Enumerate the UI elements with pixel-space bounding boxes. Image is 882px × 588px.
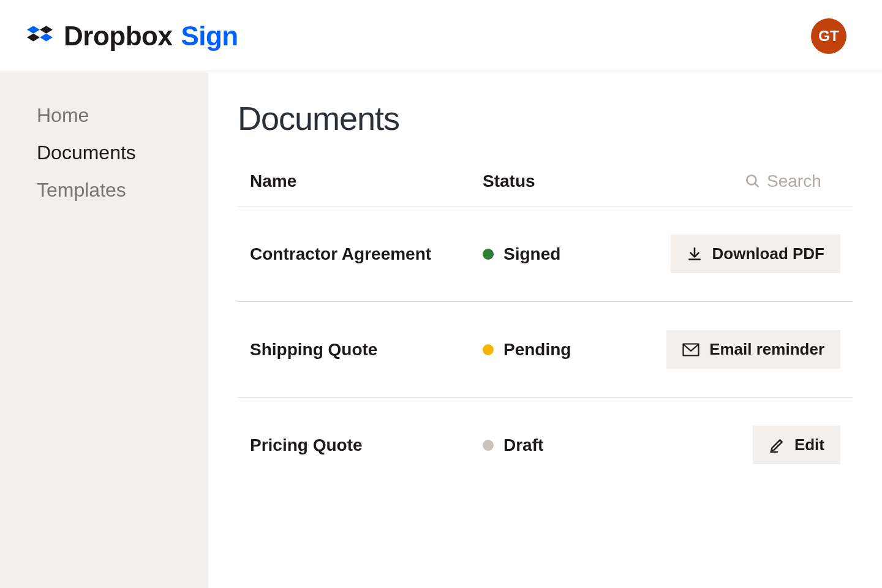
brand-primary: Dropbox <box>64 21 172 51</box>
status-cell: Signed <box>483 244 605 264</box>
column-header-name: Name <box>250 172 483 191</box>
sidebar-item-label: Templates <box>37 179 126 201</box>
sidebar-item-home[interactable]: Home <box>37 104 208 127</box>
svg-marker-0 <box>27 26 40 34</box>
status-label: Signed <box>503 244 560 264</box>
sidebar-item-documents[interactable]: Documents <box>37 141 208 164</box>
brand[interactable]: Dropbox Sign <box>27 21 238 51</box>
nav-list: Home Documents Templates <box>37 104 208 202</box>
dropbox-logo-icon <box>27 23 53 49</box>
status-label: Pending <box>503 340 571 360</box>
svg-marker-3 <box>40 33 53 41</box>
status-label: Draft <box>503 435 543 455</box>
table-row: Shipping Quote Pending <box>238 302 853 398</box>
sidebar-item-label: Home <box>37 104 89 126</box>
document-name: Pricing Quote <box>250 435 363 454</box>
search-wrap[interactable] <box>745 172 840 191</box>
edit-button[interactable]: Edit <box>753 426 840 464</box>
table-row: Contractor Agreement Signed <box>238 206 853 302</box>
download-pdf-button[interactable]: Download PDF <box>671 235 840 273</box>
brand-secondary: Sign <box>181 21 238 51</box>
search-icon <box>745 173 761 189</box>
documents-table: Name Status <box>238 172 853 492</box>
status-cell: Draft <box>483 435 605 455</box>
document-name: Shipping Quote <box>250 340 377 359</box>
status-dot-icon <box>483 440 494 451</box>
action-label: Download PDF <box>712 244 824 263</box>
mail-icon <box>682 343 699 356</box>
page-title: Documents <box>238 99 853 137</box>
svg-line-5 <box>755 183 758 186</box>
download-icon <box>687 246 703 262</box>
svg-marker-1 <box>40 26 53 34</box>
brand-text: Dropbox Sign <box>64 21 238 51</box>
email-reminder-button[interactable]: Email reminder <box>666 330 840 369</box>
status-dot-icon <box>483 344 494 355</box>
table-header: Name Status <box>238 172 853 206</box>
svg-marker-2 <box>27 33 40 41</box>
action-label: Email reminder <box>709 340 824 359</box>
status-dot-icon <box>483 249 494 260</box>
table-row: Pricing Quote Draft <box>238 398 853 492</box>
action-label: Edit <box>794 435 824 454</box>
main-content: Documents Name Status <box>208 72 882 588</box>
sidebar-item-label: Documents <box>37 141 136 164</box>
search-input[interactable] <box>767 172 840 191</box>
app-header: Dropbox Sign GT <box>0 0 882 72</box>
sidebar-item-templates[interactable]: Templates <box>37 179 208 202</box>
document-name: Contractor Agreement <box>250 244 431 263</box>
sidebar: Home Documents Templates <box>0 72 208 588</box>
column-header-status: Status <box>483 172 605 191</box>
avatar[interactable]: GT <box>811 18 846 54</box>
avatar-initials: GT <box>818 28 839 45</box>
edit-icon <box>769 437 785 453</box>
status-cell: Pending <box>483 340 605 360</box>
